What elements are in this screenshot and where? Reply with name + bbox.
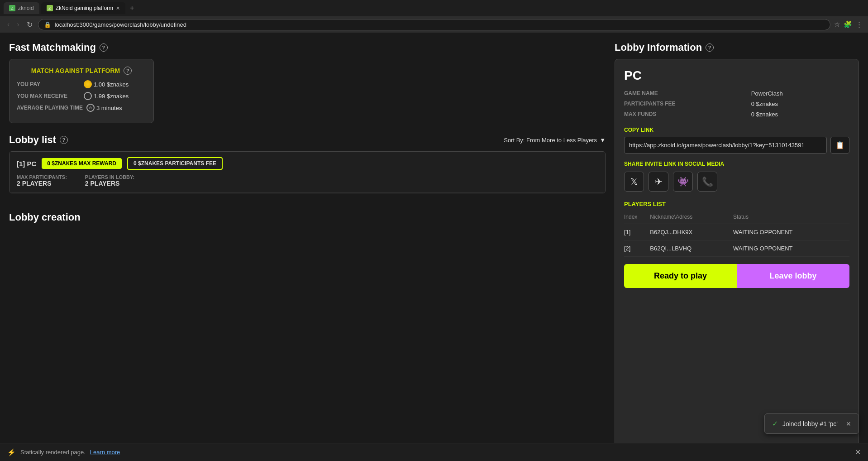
lobby-info-help-icon[interactable]: ? [706, 43, 714, 52]
close-tab-icon[interactable]: ✕ [116, 5, 120, 11]
lobby-list-help-icon[interactable]: ? [60, 136, 68, 144]
players-table: Index Nickname\Adress Status [1] B62QJ..… [624, 212, 849, 257]
col-index: Index [624, 212, 650, 224]
you-max-receive-row: YOU MAX RECEIVE 1.99 $znakes [17, 92, 146, 100]
lobby-item-top: [1] PC 0 $ZNAKES MAX REWARD 0 $ZNAKES PA… [17, 157, 598, 170]
max-participants-value: 2 PLAYERS [17, 180, 67, 187]
toast-check-icon: ✓ [772, 419, 778, 428]
forward-button[interactable]: › [15, 19, 21, 29]
learn-more-link[interactable]: Learn more [90, 449, 120, 456]
table-row: [2] B62QI...LBVHQ WAITING OPPONENT [624, 240, 849, 257]
telegram-icon[interactable]: ✈ [649, 172, 668, 192]
toast-close-icon[interactable]: ✕ [846, 420, 851, 427]
url-text: localhost:3000/games/powerclash/lobby/un… [55, 21, 186, 28]
fast-matchmaking-title: Fast Matchmaking ? [9, 42, 606, 53]
lobby-badge-outline: 0 $ZNAKES PARTICIPANTS FEE [127, 157, 223, 170]
bookmark-icon[interactable]: ☆ [834, 20, 840, 29]
menu-icon[interactable]: ⋮ [856, 20, 863, 29]
lobby-badge-yellow: 0 $ZNAKES MAX REWARD [42, 158, 122, 169]
lobby-list-title-text: Lobby list [9, 134, 56, 146]
new-tab-button[interactable]: + [127, 3, 137, 13]
sort-dropdown[interactable]: Sort By: From More to Less Players ▼ [504, 137, 606, 144]
max-funds-value: 0 $znakes [751, 111, 849, 118]
lobby-list-container: [1] PC 0 $ZNAKES MAX REWARD 0 $ZNAKES PA… [9, 151, 606, 193]
lobby-stat-participants: MAX PARTICIPANTS: 2 PLAYERS [17, 174, 67, 187]
fast-matchmaking-title-text: Fast Matchmaking [9, 42, 96, 53]
lobby-info-grid: GAME NAME PowerClash PARTICIPANTS FEE 0 … [624, 90, 849, 118]
browser-toolbar: ‹ › ↻ 🔒 localhost:3000/games/powerclash/… [0, 16, 868, 33]
player2-nickname: B62QI...LBVHQ [650, 240, 733, 257]
coin-icon-receive [84, 92, 92, 100]
whatsapp-icon[interactable]: 📞 [697, 172, 717, 192]
tab-active-label: ZkNoid gaming platform [56, 5, 113, 11]
tab-zknoid[interactable]: Z zknoid [4, 2, 39, 14]
lobby-info-lobby-title: PC [624, 68, 849, 83]
match-platform-help-icon[interactable]: ? [124, 67, 132, 75]
browser-chrome: Z zknoid Z ZkNoid gaming platform ✕ + ‹ … [0, 0, 868, 33]
match-title-text: MATCH AGAINST PLATFORM [31, 67, 120, 74]
player2-index: [2] [624, 240, 650, 257]
fast-matchmaking-section: Fast Matchmaking ? MATCH AGAINST PLATFOR… [9, 42, 606, 123]
reload-button[interactable]: ↻ [25, 19, 34, 30]
action-buttons: Ready to play Leave lobby [624, 264, 849, 288]
favicon-active: Z [47, 5, 53, 11]
copy-link-button[interactable]: 📋 [830, 137, 849, 154]
matchmaking-card: MATCH AGAINST PLATFORM ? YOU PAY 1.00 $z… [9, 59, 154, 123]
you-max-receive-amount: 1.99 $znakes [94, 93, 129, 100]
extensions-icon[interactable]: 🧩 [844, 20, 852, 29]
back-button[interactable]: ‹ [5, 19, 11, 29]
chevron-down-icon: ▼ [600, 137, 606, 144]
you-max-receive-label: YOU MAX RECEIVE [17, 93, 80, 99]
avg-time-value: ⏱ 3 minutes [86, 104, 122, 112]
copy-link-input[interactable] [624, 137, 827, 154]
you-pay-label: YOU PAY [17, 81, 80, 87]
copy-link-row: 📋 [624, 137, 849, 154]
twitter-icon[interactable]: 𝕏 [624, 172, 644, 192]
players-list-label: PLAYERS LIST [624, 201, 849, 207]
lobby-info-header-text: Lobby Information [615, 42, 702, 53]
max-funds-label: MAX FUNDS [624, 111, 742, 118]
right-column: Lobby Information ? PC GAME NAME PowerCl… [615, 42, 859, 452]
browser-tabs: Z zknoid Z ZkNoid gaming platform ✕ + [0, 0, 868, 16]
bottom-bar-text: Statically rendered page. [20, 449, 86, 456]
lobby-item[interactable]: [1] PC 0 $ZNAKES MAX REWARD 0 $ZNAKES PA… [10, 152, 605, 193]
toast-message: Joined lobby #1 'pc' [782, 420, 838, 427]
participants-fee-value: 0 $znakes [751, 101, 849, 107]
you-pay-row: YOU PAY 1.00 $znakes [17, 80, 146, 88]
lobby-list-title: Lobby list ? [9, 134, 68, 146]
tab-zknoid-gaming[interactable]: Z ZkNoid gaming platform ✕ [41, 2, 125, 14]
game-name-label: GAME NAME [624, 90, 742, 97]
clock-icon: ⏱ [86, 104, 95, 112]
lobby-item-name: [1] PC [17, 160, 36, 168]
address-bar[interactable]: 🔒 localhost:3000/games/powerclash/lobby/… [38, 19, 830, 30]
match-platform-title: MATCH AGAINST PLATFORM ? [17, 67, 146, 75]
participants-fee-label: PARTICIPANTS FEE [624, 101, 742, 107]
lobby-info-section-title: Lobby Information ? [615, 42, 859, 53]
you-pay-value: 1.00 $znakes [84, 80, 129, 88]
lobby-list-section: Lobby list ? Sort By: From More to Less … [9, 134, 606, 193]
sort-label: Sort By: From More to Less Players [504, 137, 597, 144]
you-pay-amount: 1.00 $znakes [94, 81, 129, 88]
leave-lobby-button[interactable]: Leave lobby [737, 264, 849, 288]
lobby-creation-section: Lobby creation [9, 211, 606, 229]
ready-to-play-button[interactable]: Ready to play [624, 264, 737, 288]
lobby-creation-title-text: Lobby creation [9, 211, 81, 223]
players-in-lobby-label: PLAYERS IN LOBBY: [85, 174, 134, 180]
left-column: Fast Matchmaking ? MATCH AGAINST PLATFOR… [9, 42, 606, 452]
static-icon: ⚡ [7, 448, 16, 456]
player1-status: WAITING OPPONENT [733, 224, 849, 240]
col-nickname: Nickname\Adress [650, 212, 733, 224]
game-name-value: PowerClash [751, 90, 849, 97]
fast-matchmaking-help-icon[interactable]: ? [100, 43, 108, 52]
share-label: SHARE INVITE LINK IN SOCIAL MEDIA [624, 161, 849, 167]
page-content: Fast Matchmaking ? MATCH AGAINST PLATFOR… [0, 33, 868, 461]
coin-icon-pay [84, 80, 92, 88]
table-row: [1] B62QJ...DHK9X WAITING OPPONENT [624, 224, 849, 240]
lock-icon: 🔒 [44, 21, 51, 28]
player1-index: [1] [624, 224, 650, 240]
bottom-bar-close-icon[interactable]: ✕ [855, 448, 861, 456]
player2-status: WAITING OPPONENT [733, 240, 849, 257]
reddit-icon[interactable]: 👾 [673, 172, 693, 192]
lobby-creation-title: Lobby creation [9, 211, 606, 223]
players-in-lobby-value: 2 PLAYERS [85, 180, 134, 187]
